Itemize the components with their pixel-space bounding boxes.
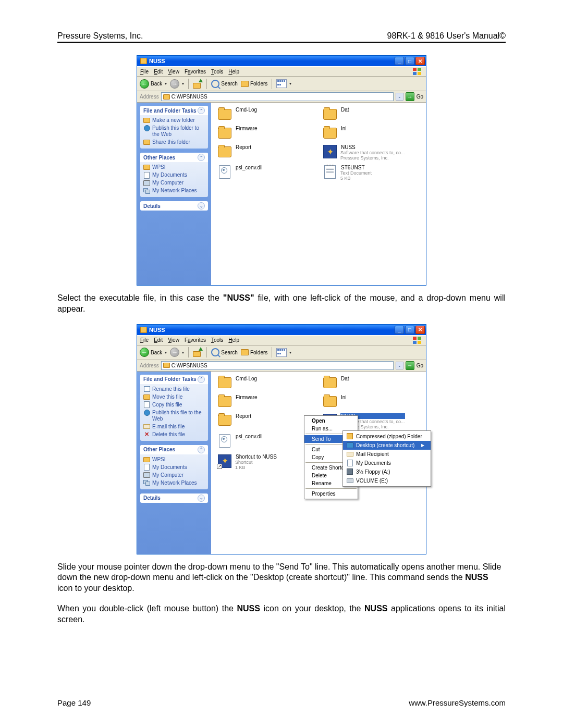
- file-item[interactable]: psi_conv.dll: [216, 433, 317, 451]
- page-footer: Page 149 www.PressureSystems.com: [57, 698, 506, 707]
- go-button[interactable]: →: [406, 92, 414, 101]
- paragraph-3: When you double-click (left mouse button…: [57, 603, 506, 625]
- menu-file[interactable]: File: [140, 69, 149, 75]
- menu-help[interactable]: Help: [228, 337, 239, 343]
- minimize-button[interactable]: _: [395, 57, 404, 65]
- titlebar[interactable]: NUSS _ □ ✕: [137, 325, 426, 335]
- panel-header[interactable]: Other Places⌃: [140, 153, 208, 162]
- chevron-icon[interactable]: ⌃: [198, 107, 205, 114]
- task-link[interactable]: My Network Places: [143, 480, 205, 486]
- address-dropdown[interactable]: ⌄: [396, 93, 403, 101]
- file-item[interactable]: ✦↗Shortcut to NUSSShortcut1 KB: [216, 453, 317, 471]
- address-dropdown[interactable]: ⌄: [396, 362, 403, 369]
- chevron-icon[interactable]: ⌄: [198, 495, 205, 502]
- task-link[interactable]: Publish this file to the Web: [143, 410, 205, 422]
- sendto-item[interactable]: 3½ Floppy (A:): [343, 467, 431, 476]
- chevron-icon[interactable]: ⌃: [198, 376, 205, 383]
- forward-button[interactable]: →▾: [170, 348, 184, 357]
- sendto-item[interactable]: Compressed (zipped) Folder: [343, 432, 431, 441]
- task-link[interactable]: My Computer: [143, 180, 205, 186]
- file-item[interactable]: Firmware: [216, 125, 317, 141]
- file-item[interactable]: Cmd-Log: [216, 375, 317, 391]
- panel-header[interactable]: Other Places⌃: [140, 445, 208, 454]
- menu-view[interactable]: View: [168, 69, 179, 75]
- menu-view[interactable]: View: [168, 337, 179, 343]
- file-item[interactable]: Dat: [322, 106, 423, 122]
- file-list: Cmd-LogDatFirmwareIniReport✦NUSSSoftware…: [211, 103, 426, 285]
- folders-button[interactable]: Folders: [241, 349, 267, 355]
- context-menu-item[interactable]: Properties: [304, 490, 358, 498]
- task-link[interactable]: WPSI: [143, 164, 205, 170]
- close-button[interactable]: ✕: [415, 326, 425, 334]
- file-item[interactable]: Firmware: [216, 393, 317, 410]
- file-item[interactable]: Ini: [322, 393, 423, 410]
- folders-button[interactable]: Folders: [241, 81, 267, 87]
- panel-header[interactable]: Details⌄: [140, 493, 208, 503]
- search-button[interactable]: Search: [211, 348, 238, 356]
- task-link[interactable]: Make a new folder: [143, 117, 205, 124]
- task-link[interactable]: Share this folder: [143, 139, 205, 145]
- task-link[interactable]: Rename this file: [143, 386, 205, 392]
- task-link[interactable]: Copy this file: [143, 402, 205, 408]
- task-link[interactable]: My Documents: [143, 464, 205, 471]
- chevron-icon[interactable]: ⌄: [198, 202, 205, 209]
- folder-icon: [217, 413, 232, 428]
- menu-tools[interactable]: Tools: [211, 337, 223, 343]
- file-item[interactable]: Ini: [322, 125, 423, 141]
- close-button[interactable]: ✕: [415, 57, 425, 65]
- folder-icon: [140, 58, 147, 64]
- folder-icon: [140, 327, 147, 333]
- back-button[interactable]: ←Back▾: [140, 348, 167, 357]
- context-menu-item[interactable]: Open: [304, 417, 358, 425]
- task-link[interactable]: ✕Delete this file: [143, 431, 205, 438]
- back-button[interactable]: ←Back▾: [140, 79, 167, 89]
- titlebar[interactable]: NUSS _ □ ✕: [137, 56, 426, 66]
- forward-button[interactable]: →▾: [170, 79, 184, 89]
- folder-icon: [217, 144, 232, 159]
- menu-favorites[interactable]: Favorites: [185, 69, 206, 75]
- views-button[interactable]: ▾: [276, 79, 291, 88]
- file-item[interactable]: psi_conv.dll: [216, 164, 317, 182]
- sendto-item[interactable]: Desktop (create shortcut): [343, 441, 431, 450]
- menu-edit[interactable]: Edit: [154, 337, 163, 343]
- panel-header[interactable]: Details⌄: [140, 201, 208, 211]
- task-link[interactable]: My Network Places: [143, 188, 205, 194]
- file-item[interactable]: Report: [216, 143, 317, 162]
- menu-favorites[interactable]: Favorites: [185, 337, 206, 343]
- maximize-button[interactable]: □: [405, 57, 414, 65]
- chevron-icon[interactable]: ⌃: [198, 154, 205, 161]
- file-item[interactable]: ✦NUSSSoftware that connects to, co...Pre…: [322, 143, 423, 162]
- address-field[interactable]: C:\WPSI\NUSS: [161, 92, 394, 101]
- menu-edit[interactable]: Edit: [154, 69, 163, 75]
- sendto-item[interactable]: My Documents: [343, 459, 431, 467]
- sendto-item[interactable]: VOLUME (E:): [343, 476, 431, 485]
- file-item[interactable]: Dat: [322, 375, 423, 391]
- address-field[interactable]: C:\WPSI\NUSS: [161, 361, 394, 370]
- sendto-submenu[interactable]: Compressed (zipped) FolderDesktop (creat…: [342, 430, 431, 487]
- up-button[interactable]: [193, 79, 202, 89]
- chevron-icon[interactable]: ⌃: [198, 446, 205, 453]
- go-button[interactable]: →: [406, 361, 414, 370]
- search-button[interactable]: Search: [211, 80, 238, 88]
- menu-tools[interactable]: Tools: [211, 69, 223, 75]
- paragraph-1: Select the executable file, in this case…: [57, 293, 506, 315]
- maximize-button[interactable]: □: [405, 326, 414, 334]
- menu-help[interactable]: Help: [228, 69, 239, 75]
- task-link[interactable]: E-mail this file: [143, 424, 205, 430]
- folder-icon: [217, 394, 232, 409]
- file-item[interactable]: ST6UNSTText Document5 KB: [322, 164, 423, 182]
- panel-header[interactable]: File and Folder Tasks⌃: [140, 375, 208, 384]
- minimize-button[interactable]: _: [395, 326, 404, 334]
- task-link[interactable]: WPSI: [143, 456, 205, 463]
- task-link[interactable]: Publish this folder to the Web: [143, 125, 205, 138]
- file-item[interactable]: Cmd-Log: [216, 106, 317, 122]
- menu-file[interactable]: File: [140, 337, 149, 343]
- up-button[interactable]: [193, 348, 202, 357]
- views-button[interactable]: ▾: [276, 348, 291, 357]
- panel-header[interactable]: File and Folder Tasks⌃: [140, 106, 208, 115]
- task-link[interactable]: My Computer: [143, 472, 205, 478]
- sendto-item[interactable]: Mail Recipient: [343, 450, 431, 459]
- task-link[interactable]: Move this file: [143, 394, 205, 400]
- file-item[interactable]: Report: [216, 412, 317, 430]
- task-link[interactable]: My Documents: [143, 172, 205, 178]
